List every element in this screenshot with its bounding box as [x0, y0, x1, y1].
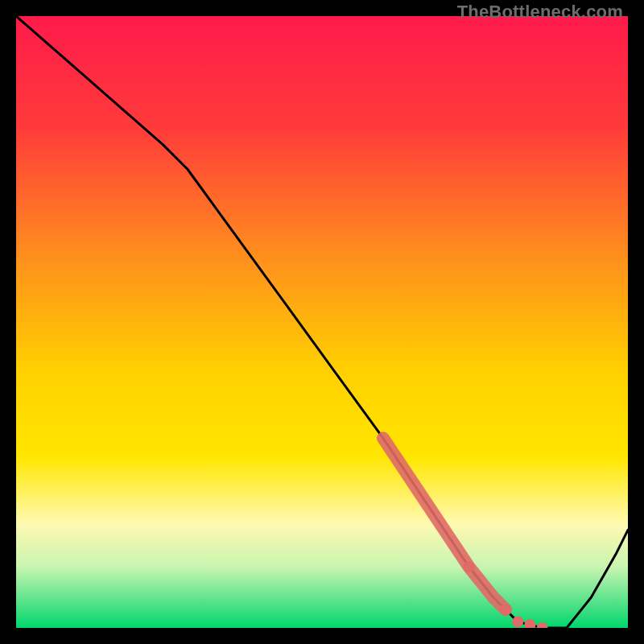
highlight-dot [537, 622, 548, 628]
highlight-dot [500, 604, 511, 615]
watermark-text: TheBottleneck.com [457, 2, 623, 23]
highlight-dot [463, 561, 474, 572]
bottleneck-curve [16, 16, 628, 628]
plot-area [16, 16, 628, 628]
highlighted-range [383, 438, 506, 609]
chart-frame: TheBottleneck.com [0, 0, 644, 644]
highlight-dot [524, 619, 535, 628]
bottleneck-curve-svg [16, 16, 628, 628]
highlight-dot [512, 616, 523, 627]
